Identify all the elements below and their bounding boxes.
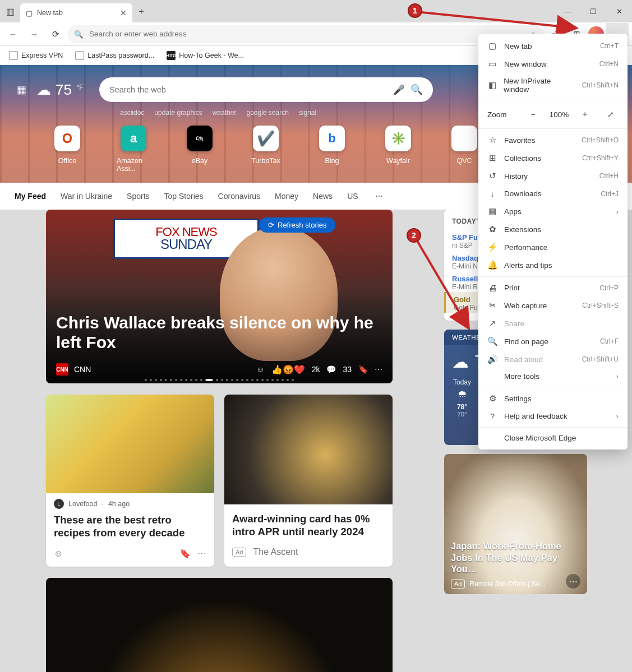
bookmark-express-vpn[interactable]: Express VPN xyxy=(4,49,67,62)
feed-tab[interactable]: War in Ukraine xyxy=(61,192,112,201)
menu-close-edge[interactable]: Close Microsoft Edge xyxy=(478,430,628,446)
search-submit-icon[interactable]: 🔍 xyxy=(410,84,423,96)
close-tab-icon[interactable]: ✕ xyxy=(120,8,127,17)
forward-button[interactable]: → xyxy=(25,25,44,44)
share-icon: ↗ xyxy=(487,318,497,328)
fullscreen-button[interactable]: ⤢ xyxy=(603,106,619,122)
publisher-name: CNN xyxy=(74,365,91,374)
menu-share[interactable]: ↗Share xyxy=(478,314,628,332)
card-more-icon[interactable]: ⋯ xyxy=(566,574,580,588)
card-more-icon[interactable]: ⋯ xyxy=(197,548,206,559)
ad-publisher: Remote Job Offers | Se... xyxy=(469,580,545,588)
trending-item[interactable]: update graphics xyxy=(154,109,202,117)
feed-more-icon[interactable]: ⋯ xyxy=(375,192,383,201)
weather-widget-small[interactable]: ☁ 75°F xyxy=(36,81,84,99)
menu-favorites[interactable]: ☆FavoritesCtrl+Shift+O xyxy=(478,131,628,149)
tile-bing[interactable]: bBing xyxy=(315,126,349,173)
story-card-ad[interactable]: Award-winning card has 0% intro APR unti… xyxy=(224,395,393,567)
bookmark-lastpass[interactable]: LastPass password... xyxy=(71,49,159,62)
hero-story-card[interactable]: FOX NEWSSUNDAY ⟳Refresh stories Chris Wa… xyxy=(46,210,393,383)
menu-read-aloud[interactable]: 🔊Read aloudCtrl+Shift+U xyxy=(478,350,628,368)
trending-item[interactable]: weather xyxy=(213,109,237,117)
publisher-name: The Ascent xyxy=(253,547,298,557)
refresh-button[interactable]: ⟳ xyxy=(46,25,65,44)
menu-inprivate[interactable]: ◧New InPrivate windowCtrl+Shift+N xyxy=(478,73,628,98)
menu-new-tab[interactable]: ▢New tabCtrl+T xyxy=(478,37,628,55)
back-button[interactable]: ← xyxy=(3,25,22,44)
browser-tab[interactable]: ▢ New tab ✕ xyxy=(20,3,132,22)
inprivate-icon: ◧ xyxy=(487,80,497,90)
trending-item[interactable]: asciidoc xyxy=(120,109,144,117)
minimize-button[interactable]: — xyxy=(555,0,580,22)
react-button[interactable]: ☺ xyxy=(54,549,63,559)
forecast-day: Today🌧78°70° xyxy=(450,378,474,418)
tile-qvc[interactable]: QQVC xyxy=(448,126,481,173)
feed-tab[interactable]: Top Stories xyxy=(164,192,204,201)
gear-icon: ⚙ xyxy=(487,393,497,404)
menu-help[interactable]: ?Help and feedback› xyxy=(478,407,628,425)
maximize-button[interactable]: ☐ xyxy=(580,0,606,22)
card-title: These are the best retro recipes from ev… xyxy=(46,512,214,545)
tab-actions-button[interactable]: ▥ xyxy=(0,1,20,21)
close-window-button[interactable]: ✕ xyxy=(606,0,632,22)
zoom-out-button[interactable]: − xyxy=(525,106,541,122)
menu-collections[interactable]: ⊞CollectionsCtrl+Shift+Y xyxy=(478,149,628,167)
feed-tab[interactable]: Sports xyxy=(127,192,149,201)
history-icon: ↺ xyxy=(487,171,497,181)
menu-more-tools[interactable]: More tools› xyxy=(478,368,628,384)
download-icon: ↓ xyxy=(487,189,497,198)
card-more-icon[interactable]: ⋯ xyxy=(375,365,382,374)
tile-ebay[interactable]: 🛍eBay xyxy=(183,126,216,173)
tile-office[interactable]: OOffice xyxy=(50,126,84,173)
carousel-dots[interactable] xyxy=(46,379,393,381)
bookmark-howtogeek[interactable]: HTGHow-To Geek - We... xyxy=(162,49,248,62)
web-search-input[interactable] xyxy=(109,85,387,94)
menu-downloads[interactable]: ↓DownloadsCtrl+J xyxy=(478,185,628,202)
menu-apps[interactable]: ▦Apps› xyxy=(478,202,628,220)
bell-icon: 🔔 xyxy=(487,260,497,270)
zoom-in-button[interactable]: ＋ xyxy=(577,106,593,122)
menu-history[interactable]: ↺HistoryCtrl+H xyxy=(478,167,628,185)
feed-tab[interactable]: US xyxy=(347,192,358,201)
trending-item[interactable]: signal xyxy=(299,109,316,117)
address-input[interactable] xyxy=(89,30,524,38)
tab-favicon: ▢ xyxy=(26,9,33,17)
menu-new-window[interactable]: ▭New windowCtrl+N xyxy=(478,55,628,73)
trending-searches: asciidoc update graphics weather google … xyxy=(120,109,316,117)
card-image xyxy=(46,395,214,493)
tile-turbotax[interactable]: ✔️TurboTax xyxy=(249,126,283,173)
comments-icon[interactable]: 💬 xyxy=(326,365,336,374)
menu-extensions[interactable]: ✿Extensions xyxy=(478,220,628,238)
tile-wayfair[interactable]: ✳️Wayfair xyxy=(381,126,415,173)
refresh-stories-button[interactable]: ⟳Refresh stories xyxy=(259,217,335,233)
reactions-summary: 👍😡❤️ xyxy=(271,364,305,375)
save-icon[interactable]: 🔖 xyxy=(358,365,368,374)
trending-item[interactable]: google search xyxy=(246,109,288,117)
menu-web-capture[interactable]: ✂Web captureCtrl+Shift+S xyxy=(478,296,628,314)
chevron-right-icon: › xyxy=(616,372,619,381)
feed-tab-myfeed[interactable]: My Feed xyxy=(15,192,46,201)
menu-alerts[interactable]: 🔔Alerts and tips xyxy=(478,256,628,274)
story-card-dark[interactable] xyxy=(46,578,393,672)
tile-amazon[interactable]: aAmazon Assi... xyxy=(117,126,150,173)
address-bar[interactable]: 🔍 ✧ xyxy=(67,25,543,43)
feed-tab[interactable]: Money xyxy=(275,192,298,201)
voice-search-icon[interactable]: 🎤 xyxy=(393,84,405,96)
feed-tab[interactable]: News xyxy=(313,192,333,201)
sponsored-card[interactable]: Japan: Work-From-Home Jobs In The US May… xyxy=(444,454,587,594)
card-image xyxy=(224,395,393,504)
menu-find[interactable]: 🔍Find on pageCtrl+F xyxy=(478,332,628,350)
menu-print[interactable]: 🖨PrintCtrl+P xyxy=(478,279,628,296)
new-tab-button[interactable]: ＋ xyxy=(132,2,150,20)
find-icon: 🔍 xyxy=(487,336,497,346)
menu-performance[interactable]: ⚡Performance xyxy=(478,238,628,256)
react-button[interactable]: ☺ xyxy=(256,365,264,374)
cloud-icon: ☁ xyxy=(452,352,469,372)
menu-settings[interactable]: ⚙Settings xyxy=(478,390,628,407)
web-search-box[interactable]: 🎤 🔍 xyxy=(99,77,433,102)
save-icon[interactable]: 🔖 xyxy=(179,548,191,559)
chevron-right-icon: › xyxy=(616,207,619,216)
feed-tab[interactable]: Coronavirus xyxy=(218,192,260,201)
story-card-food[interactable]: LLovefood·4h ago These are the best retr… xyxy=(46,395,214,567)
page-settings-icon[interactable]: ▦ xyxy=(17,84,26,96)
